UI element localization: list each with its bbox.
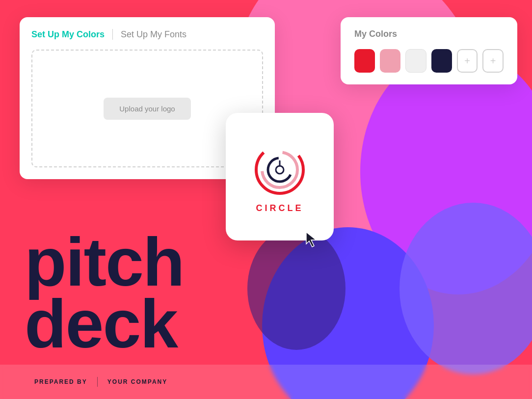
- tab-fonts[interactable]: Set Up My Fonts: [121, 29, 186, 40]
- colors-card: My Colors + +: [341, 17, 517, 84]
- circle-brand-name: CIRCLE: [256, 203, 304, 213]
- colors-card-title: My Colors: [354, 29, 504, 39]
- svg-point-3: [276, 166, 284, 174]
- add-color-button-1[interactable]: +: [457, 49, 478, 73]
- swatch-red[interactable]: [354, 49, 375, 73]
- add-color-button-2[interactable]: +: [482, 49, 504, 73]
- swatch-pink[interactable]: [380, 49, 400, 73]
- pitch-line1: pitch: [25, 231, 184, 293]
- upload-logo-button[interactable]: Upload your logo: [104, 98, 190, 120]
- swatch-dark-navy[interactable]: [431, 49, 452, 73]
- cursor-icon: [305, 231, 319, 248]
- circle-logo-svg: [250, 140, 309, 199]
- tab-colors[interactable]: Set Up My Colors: [31, 29, 105, 40]
- pitch-deck-text: pitch deck: [25, 231, 184, 355]
- bottom-bar-divider: [97, 377, 98, 387]
- prepared-by-label: PREPARED BY: [34, 378, 87, 385]
- setup-tabs: Set Up My Colors Set Up My Fonts: [31, 29, 263, 40]
- color-swatches: + +: [354, 49, 504, 73]
- swatch-light-gray[interactable]: [405, 49, 426, 73]
- tab-divider: [112, 29, 113, 40]
- company-name: YOUR COMPANY: [107, 378, 167, 385]
- circle-logo-card: CIRCLE: [226, 113, 334, 240]
- bottom-bar: PREPARED BY YOUR COMPANY: [0, 365, 532, 399]
- pitch-line2: deck: [25, 293, 184, 355]
- bg-blob-5: [247, 227, 346, 350]
